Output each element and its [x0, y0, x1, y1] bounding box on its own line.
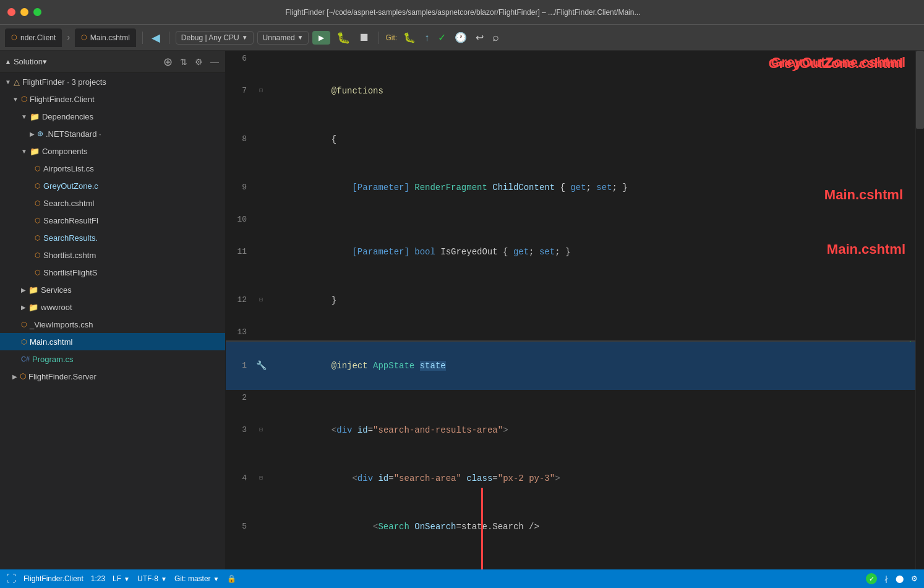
chevron-git-icon: ▼ — [213, 576, 220, 582]
expand-arrow: ▶ — [21, 304, 26, 311]
green-check-icon: ✓ — [866, 573, 877, 584]
editor-top-section: 6 7 ⊟ @functions 8 — [226, 51, 915, 340]
unnamed-chevron-icon: ▼ — [297, 34, 304, 41]
status-git[interactable]: Git: master ▼ — [174, 574, 220, 583]
fold-icon-12[interactable]: ⊟ — [259, 292, 263, 308]
sidebar-item-searchresultfl[interactable]: ⬡ SearchResultFl — [0, 212, 225, 229]
git-undo[interactable]: ↩ — [473, 30, 486, 45]
sidebar-item-client-project[interactable]: ▼ ⬡ FlightFinder.Client — [0, 90, 225, 108]
chevron-lf-icon: ▼ — [124, 576, 130, 582]
status-lf[interactable]: LF ▼ — [113, 574, 130, 583]
status-expand[interactable]: ⛶ — [6, 573, 16, 584]
git-history[interactable]: 🕐 — [452, 30, 469, 45]
cshtml-icon: ⬡ — [35, 182, 41, 190]
breadcrumb-client[interactable]: ⬡ nder.Client — [5, 28, 62, 47]
gear-icon[interactable]: ⚙ — [194, 56, 204, 68]
code-line-11: 11 [Parameter] bool IsGreyedOut { get; s… — [226, 228, 915, 276]
sidebar-item-flightfinder-solution[interactable]: ▼ △ FlightFinder · 3 projects — [0, 73, 225, 90]
search-button[interactable]: ⌕ — [490, 30, 502, 45]
status-circle[interactable]: ⬤ — [896, 574, 904, 583]
stop-button[interactable]: ⏹ — [356, 30, 372, 45]
expand-arrow: ▶ — [12, 373, 17, 380]
ref-icon: ⊕ — [37, 129, 43, 138]
back-button[interactable]: ◀ — [149, 30, 163, 46]
unnamed-dropdown[interactable]: Unnamed ▼ — [257, 31, 309, 45]
status-position[interactable]: 1:23 — [91, 574, 105, 583]
fold-icon-7[interactable]: ⊟ — [259, 83, 263, 99]
sidebar-item-server-project[interactable]: ▶ ⬡ FlightFinder.Server — [0, 368, 225, 385]
sidebar-item-searchresults[interactable]: ⬡ SearchResults. — [0, 229, 225, 246]
scrollbar-thumb-v[interactable] — [916, 51, 924, 129]
line-number-2: 2 — [226, 390, 255, 406]
line-content-4: <div id="search-area" class="px-2 py-3"> — [267, 454, 915, 503]
sidebar-item-shortlistflights[interactable]: ⬡ ShortlistFlightS — [0, 264, 225, 281]
status-bar: ⛶ FlightFinder.Client 1:23 LF ▼ UTF-8 ▼ … — [0, 569, 924, 588]
solution-label[interactable]: ▲ Solution▾ — [5, 57, 47, 66]
sidebar-item-program[interactable]: C# Program.cs — [0, 350, 225, 368]
line-number-8: 8 — [226, 131, 255, 147]
cshtml-icon: ⬡ — [35, 165, 41, 173]
sidebar-item-airportslist[interactable]: ⬡ AirportsList.cs — [0, 160, 225, 177]
sidebar-item-viewimports[interactable]: ⬡ _ViewImports.csh — [0, 316, 225, 333]
sidebar-item-shortlist[interactable]: ⬡ Shortlist.cshtm — [0, 246, 225, 264]
line-number-9: 9 — [226, 179, 255, 196]
git-bug-icon[interactable]: 🐛 — [401, 30, 418, 45]
right-scrollbar[interactable] — [915, 51, 924, 569]
code-area-bottom[interactable]: 1 🔧 @inject AppState state 2 3 — [226, 342, 915, 569]
sort-button[interactable]: ⇅ — [179, 56, 189, 68]
add-button[interactable]: ⊕ — [162, 54, 174, 70]
fold-icon-4[interactable]: ⊟ — [259, 470, 263, 486]
sidebar-item-search[interactable]: ⬡ Search.cshtml — [0, 194, 225, 212]
collapse-button[interactable]: — — [209, 56, 220, 68]
editor-bottom-section: ✓ 1 🔧 @inject AppState state 2 — [226, 342, 915, 569]
shortlist-label: Shortlist.cshtm — [43, 251, 96, 260]
line-number-11: 11 — [226, 244, 255, 260]
status-project[interactable]: FlightFinder.Client — [24, 574, 83, 583]
sidebar-item-greyoutzone[interactable]: ⬡ GreyOutZone.c — [0, 177, 225, 194]
project-icon: ⬡ — [21, 95, 27, 103]
code-line-4: 4 ⊟ <div id="search-area" class="px-2 py… — [226, 454, 915, 503]
debug-chevron-icon: ▼ — [242, 34, 248, 41]
status-encoding[interactable]: UTF-8 ▼ — [137, 574, 167, 583]
debug-bug-button[interactable]: 🐛 — [334, 30, 353, 46]
sidebar-item-main-cshtml[interactable]: ⬡ Main.cshtml — [0, 333, 225, 350]
viewimports-label: _ViewImports.csh — [30, 320, 93, 329]
line-number-7: 7 — [226, 83, 255, 99]
line-content-7: @functions — [267, 67, 915, 115]
git-check[interactable]: ✓ — [435, 30, 448, 45]
status-lock[interactable]: 🔒 — [227, 574, 236, 583]
code-line-7: 7 ⊟ @functions — [226, 67, 915, 115]
line-number-4: 4 — [226, 470, 255, 486]
gutter-1: 🔧 — [255, 358, 267, 374]
dependencies-label: Dependencies — [42, 112, 93, 121]
code-line-8: 8 { — [226, 115, 915, 163]
expand-arrow: ▶ — [30, 131, 35, 137]
breadcrumb-file[interactable]: ⬡ Main.cshtml — [75, 28, 136, 47]
cshtml-icon: ⬡ — [35, 217, 41, 225]
breadcrumb-separator: › — [66, 33, 71, 43]
status-lang[interactable]: ∤ — [884, 574, 888, 583]
code-line-12: 12 ⊟ } — [226, 276, 915, 324]
sidebar-item-components[interactable]: ▼ 📁 Components — [0, 142, 225, 160]
cs-icon: C# — [21, 355, 30, 363]
status-check[interactable]: ✓ — [866, 573, 877, 584]
code-editor[interactable]: GreyOutZone.cshtml 6 7 ⊟ @fu — [226, 51, 915, 569]
fold-icon-3[interactable]: ⊟ — [259, 422, 263, 438]
window-title: FlightFinder [~/code/aspnet-samples/samp… — [9, 8, 917, 17]
git-arrow-up[interactable]: ↑ — [422, 31, 432, 45]
sidebar-item-services[interactable]: ▶ 📁 Services — [0, 281, 225, 298]
cshtml-icon: ⬡ — [35, 199, 41, 207]
sidebar-item-wwwroot[interactable]: ▶ 📁 wwwroot — [0, 298, 225, 316]
sidebar-item-netstandard[interactable]: ▶ ⊕ .NETStandard · — [0, 125, 225, 142]
play-icon: ▶ — [319, 33, 324, 42]
play-button[interactable]: ▶ — [312, 31, 330, 45]
line-number-6: 6 — [226, 51, 255, 67]
status-settings[interactable]: ⚙ — [911, 574, 918, 583]
code-area-top[interactable]: 6 7 ⊟ @functions 8 — [226, 51, 915, 340]
cshtml-icon: ⬡ — [35, 234, 41, 242]
debug-dropdown[interactable]: Debug | Any CPU ▼ — [176, 31, 254, 45]
gutter-4: ⊟ — [255, 470, 267, 486]
settings-icon: ⚙ — [911, 574, 918, 583]
sidebar-item-dependencies[interactable]: ▼ 📁 Dependencies — [0, 108, 225, 125]
cshtml-icon: ⬡ — [35, 251, 41, 259]
